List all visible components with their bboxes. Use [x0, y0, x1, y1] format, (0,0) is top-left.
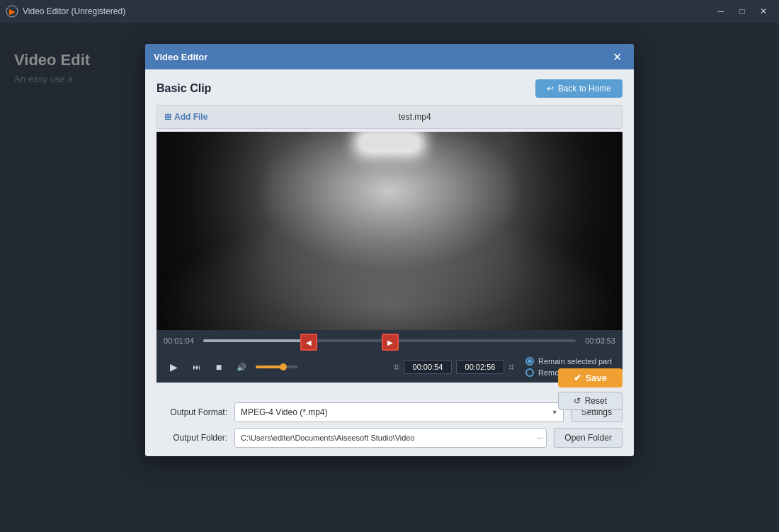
back-to-home-button[interactable]: ↩ Back to Home — [535, 79, 622, 98]
add-file-label: Add File — [174, 112, 207, 122]
time-current: 00:01:04 — [164, 336, 198, 345]
save-icon: ✔ — [574, 373, 581, 383]
save-button[interactable]: ✔ Save — [558, 368, 622, 387]
clip-start-arrow: ◀ — [306, 339, 312, 346]
file-bar: ⊞ Add File test.mp4 — [157, 105, 622, 129]
video-fog — [157, 211, 622, 330]
play-icon: ▶ — [170, 361, 178, 373]
open-folder-button[interactable]: Open Folder — [554, 428, 622, 448]
add-file-icon: ⊞ — [164, 112, 171, 122]
window-controls: ─ □ ✕ — [711, 4, 773, 19]
step-icon: ⏭ — [193, 363, 200, 371]
clip-end-icon: ⌗ — [508, 361, 514, 373]
minimize-button[interactable]: ─ — [711, 4, 731, 19]
clip-start-input[interactable] — [404, 360, 452, 374]
clip-marker-end[interactable]: ▶ — [382, 334, 399, 351]
modal-body: Basic Clip ↩ Back to Home ⊞ Add File tes… — [145, 69, 634, 394]
timeline-row: 00:01:04 ◀ ▶ 00:03:53 — [157, 330, 622, 351]
back-to-home-label: Back to Home — [558, 84, 611, 94]
title-bar: ▶ Video Editor (Unregistered) ─ □ ✕ — [0, 0, 779, 23]
modal-header-row: Basic Clip ↩ Back to Home — [157, 79, 622, 98]
volume-icon: 🔊 — [237, 363, 246, 372]
video-player — [157, 132, 622, 330]
stop-icon: ■ — [216, 361, 222, 373]
folder-label: Output Folder: — [157, 433, 227, 443]
format-select-wrap: MPEG-4 Video (*.mp4) — [234, 402, 564, 422]
modal-overlay: Video Editor ✕ Basic Clip ↩ Back to Home… — [0, 23, 779, 532]
remain-label: Remain selected part — [538, 357, 612, 366]
modal-dialog: Video Editor ✕ Basic Clip ↩ Back to Home… — [145, 44, 634, 456]
timeline-progress — [203, 339, 307, 342]
reset-button[interactable]: ↺ Reset — [558, 392, 622, 410]
volume-thumb — [280, 363, 287, 370]
maximize-button[interactable]: □ — [732, 4, 752, 19]
svg-text:▶: ▶ — [9, 7, 16, 16]
reset-icon: ↺ — [574, 396, 581, 406]
folder-path-input[interactable] — [234, 428, 547, 448]
folder-path-wrap: ··· — [234, 428, 547, 448]
back-icon: ↩ — [547, 84, 554, 94]
remain-radio[interactable] — [525, 357, 534, 366]
volume-slider[interactable] — [256, 366, 298, 368]
timeline-track[interactable]: ◀ ▶ — [203, 339, 576, 342]
step-button[interactable]: ⏭ — [188, 358, 205, 375]
remove-radio[interactable] — [525, 368, 534, 377]
clip-start-icon: ⌗ — [394, 361, 399, 373]
clip-end-arrow: ▶ — [387, 339, 393, 346]
stop-button[interactable]: ■ — [210, 358, 227, 375]
video-scene — [157, 132, 622, 330]
format-select[interactable]: MPEG-4 Video (*.mp4) — [234, 402, 564, 422]
action-buttons: ✔ Save ↺ Reset — [558, 368, 622, 410]
controls-row: ▶ ⏭ ■ 🔊 ⌗ — [157, 351, 622, 383]
folder-dots-button[interactable]: ··· — [537, 433, 544, 443]
modal-titlebar: Video Editor ✕ — [145, 44, 634, 69]
section-title: Basic Clip — [157, 82, 211, 95]
modal-title-text: Video Editor — [154, 52, 608, 62]
close-app-button[interactable]: ✕ — [754, 4, 773, 19]
time-total: 00:03:53 — [581, 336, 615, 345]
modal-close-button[interactable]: ✕ — [608, 48, 625, 65]
remain-option[interactable]: Remain selected part — [525, 357, 614, 366]
app-title-bar: Video Editor (Unregistered) — [23, 6, 711, 16]
folder-row: Output Folder: ··· Open Folder — [157, 428, 622, 448]
clip-marker-start[interactable]: ◀ — [300, 334, 317, 351]
format-row: Output Format: MPEG-4 Video (*.mp4) Sett… — [157, 402, 622, 422]
app-icon: ▶ — [6, 5, 18, 18]
add-file-button[interactable]: ⊞ Add File — [164, 112, 207, 122]
save-label: Save — [586, 373, 607, 383]
file-name: test.mp4 — [215, 112, 615, 122]
play-button[interactable]: ▶ — [165, 358, 182, 375]
volume-button[interactable]: 🔊 — [233, 358, 250, 375]
format-label: Output Format: — [157, 407, 227, 417]
clip-time-group: ⌗ ⌗ — [394, 360, 514, 374]
bottom-section: Output Format: MPEG-4 Video (*.mp4) Sett… — [145, 394, 634, 456]
reset-label: Reset — [585, 396, 607, 406]
clip-end-input[interactable] — [456, 360, 504, 374]
